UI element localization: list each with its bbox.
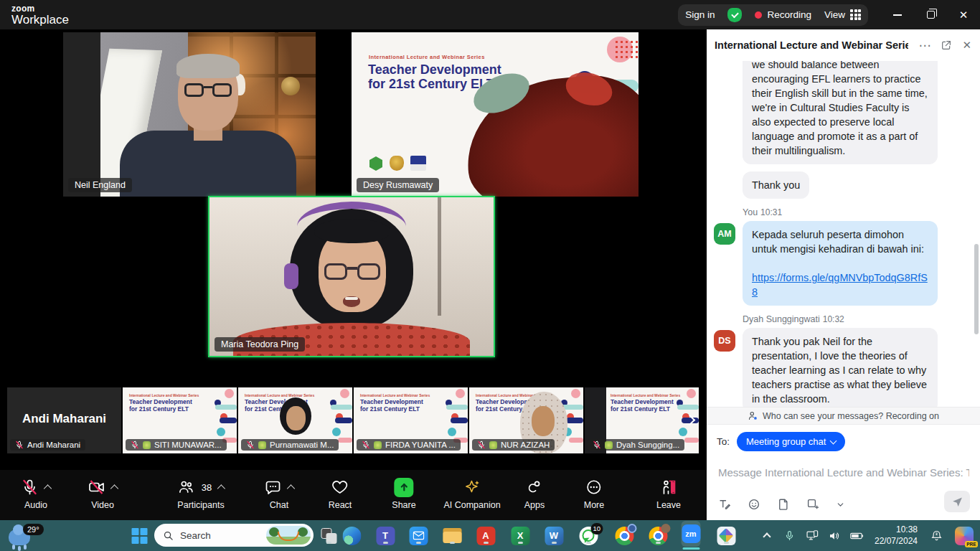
active-app-indicator (682, 547, 699, 550)
whatsapp-button[interactable]: 10 (579, 526, 598, 545)
message-time: 10:32 (823, 314, 844, 324)
participants-options-caret[interactable] (217, 484, 225, 492)
leave-button[interactable]: Leave (656, 476, 681, 510)
minimize-button[interactable] (881, 1, 914, 29)
sign-in-button[interactable]: Sign in (685, 9, 715, 20)
apps-button[interactable]: Apps (524, 476, 545, 510)
tray-overflow-button[interactable] (756, 520, 778, 551)
mic-muted-icon (246, 441, 255, 449)
file-explorer-button[interactable] (443, 526, 462, 545)
chat-scrollbar[interactable] (974, 244, 979, 334)
zoom-icon: zm (682, 521, 701, 547)
send-button[interactable] (944, 491, 970, 512)
more-button[interactable]: More (584, 476, 604, 510)
format-text-icon[interactable] (718, 498, 731, 511)
tray-volume-icon[interactable] (824, 520, 845, 551)
name-emoji (374, 441, 382, 449)
chat-options-caret[interactable] (287, 484, 295, 492)
chevron-down-icon (830, 437, 837, 444)
chat-header: International Lecture and Webinar Series… (707, 29, 980, 61)
start-button[interactable] (130, 526, 149, 545)
message-author: Dyah Sunggingwati (743, 314, 820, 324)
name-label: SITI MUNAWAR... (126, 439, 227, 451)
attach-file-icon[interactable] (777, 498, 790, 511)
video-tile-neil-england[interactable]: Neil England (63, 32, 316, 197)
taskbar-search[interactable]: Search (154, 524, 314, 547)
video-tile-desy-rusmawaty[interactable]: International Lecture and Webinar Series… (352, 32, 639, 197)
privacy-notice[interactable]: Who can see your messages? Recording on (707, 407, 980, 425)
whatsapp-unread-badge: 10 (590, 523, 603, 534)
chat-button[interactable]: Chat (265, 476, 294, 510)
video-button[interactable]: Video (88, 476, 118, 510)
security-shield-icon[interactable] (727, 8, 742, 22)
acrobat-button[interactable]: A (476, 526, 496, 545)
mail-button[interactable] (409, 526, 428, 545)
screenshot-icon[interactable] (806, 498, 819, 511)
chat-message-input[interactable] (718, 466, 969, 479)
participants-filmstrip: Andi Maharani Andi Maharani Internationa… (7, 387, 699, 453)
audio-options-caret[interactable] (44, 484, 52, 492)
notifications-bell-icon[interactable] (924, 520, 948, 551)
react-button[interactable]: React (329, 476, 352, 510)
chrome-profile2-button[interactable] (649, 526, 668, 545)
tray-microphone-icon[interactable] (778, 520, 801, 551)
copilot-icon: PRE (955, 527, 974, 545)
pop-out-icon[interactable] (941, 39, 952, 51)
chat-message-group: Dyah Sunggingwati10:32 DS Thank you pak … (743, 314, 969, 408)
chat-panel: International Lecture and Webinar Series… (707, 29, 980, 520)
filmstrip-tile-siti[interactable]: International Lecture and Webinar Series… (123, 387, 237, 453)
avatar: DS (714, 330, 735, 352)
send-to-selector[interactable]: Meeting group chat (737, 432, 845, 451)
audio-button[interactable]: Audio (22, 476, 51, 510)
chat-more-button[interactable]: ⋯ (918, 38, 930, 53)
system-tray: 10:38 22/07/2024 PRE (756, 520, 980, 551)
word-button[interactable]: W (545, 526, 564, 545)
headphones (297, 202, 406, 252)
sparkle-icon (463, 479, 481, 496)
zoom-app-button[interactable]: zm (682, 526, 701, 545)
copilot-button[interactable]: PRE (948, 520, 980, 551)
participants-count: 38 (202, 482, 212, 493)
to-label: To: (717, 436, 730, 447)
filmstrip-next-page-button[interactable] (680, 403, 699, 436)
compose-more-caret[interactable] (836, 500, 845, 509)
camera-muted-icon (88, 479, 105, 496)
clock-widget[interactable]: 10:38 22/07/2024 (868, 520, 924, 551)
name-label: Dyah Sungging... (588, 439, 684, 451)
glasses (324, 263, 380, 281)
mic-muted-icon (22, 479, 39, 496)
video-options-caret[interactable] (110, 484, 118, 492)
task-view-button[interactable] (319, 526, 339, 545)
filmstrip-tile-andi-maharani[interactable]: Andi Maharani Andi Maharani (7, 387, 121, 453)
participant-name-display: Andi Maharani (7, 412, 121, 426)
share-button[interactable]: Share (392, 476, 415, 510)
filmstrip-tile-nur-azizah[interactable]: International Lecture and Webinar Series… (469, 387, 583, 453)
chrome-button[interactable] (615, 526, 634, 545)
photos-button[interactable] (717, 526, 736, 545)
filmstrip-tile-firda[interactable]: International Lecture and Webinar Series… (354, 387, 468, 453)
attendance-form-link[interactable]: https://forms.gle/qgMNVbpTodqG8RfS8 (752, 270, 928, 299)
filmstrip-tile-purnamawati[interactable]: International Lecture and Webinar Series… (238, 387, 352, 453)
participants-button[interactable]: 38 Participants (177, 476, 224, 510)
person-privacy-icon (748, 410, 758, 421)
video-stage: Neil England International Lecture and W… (0, 29, 707, 520)
more-icon (585, 479, 603, 496)
ai-companion-button[interactable]: AI Companion (443, 476, 500, 510)
name-label: Andi Maharani (10, 439, 85, 451)
close-button[interactable]: ✕ (947, 1, 980, 29)
weather-widget[interactable]: 29° (9, 524, 30, 545)
windows-logo-icon (131, 528, 147, 544)
active-speaker-tile-maria-teodora-ping[interactable]: Maria Teodora Ping (208, 196, 495, 357)
teams-button[interactable]: T (376, 526, 395, 545)
emoji-icon[interactable] (748, 498, 760, 511)
edge-browser-button[interactable] (342, 526, 362, 545)
tray-display-icon[interactable] (801, 520, 824, 551)
recording-dot-icon (755, 11, 762, 19)
view-button[interactable]: View (824, 9, 861, 20)
restore-button[interactable] (914, 1, 947, 29)
chat-close-icon[interactable]: ✕ (962, 39, 971, 52)
tray-battery-icon[interactable] (845, 520, 868, 551)
excel-button[interactable]: X (511, 526, 530, 545)
institution-logos (369, 156, 426, 171)
recording-indicator[interactable]: Recording (755, 9, 811, 20)
